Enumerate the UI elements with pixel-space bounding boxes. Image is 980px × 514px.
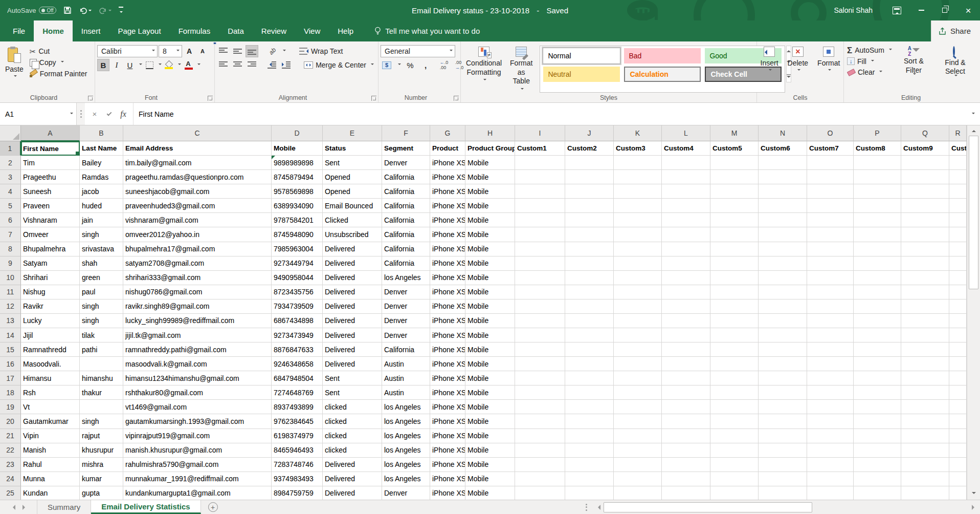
cell-I5[interactable] [515, 199, 565, 213]
font-color-button[interactable]: A [182, 59, 194, 71]
row-header-17[interactable]: 17 [0, 371, 21, 386]
insert-cells-button[interactable]: Insert [756, 44, 783, 93]
cell-F24[interactable]: los Angeles [382, 472, 430, 486]
name-box-dropdown[interactable] [70, 113, 73, 116]
cell-J14[interactable] [565, 328, 614, 342]
cell-G16[interactable]: iPhone XS [430, 357, 465, 371]
cell-F16[interactable]: Austin [382, 357, 430, 371]
cell-B8[interactable]: srivastava [80, 242, 123, 256]
align-top-button[interactable] [217, 45, 229, 57]
cell-J24[interactable] [565, 472, 614, 486]
cell-M4[interactable] [710, 184, 759, 199]
cell-E20[interactable]: clicked [323, 414, 382, 429]
cell-H14[interactable]: Mobile [465, 328, 515, 342]
cell-J20[interactable] [565, 414, 614, 429]
font-size-select[interactable]: 8 [159, 45, 182, 57]
cell-B11[interactable]: paul [80, 285, 123, 299]
cell-D14[interactable]: 9273473949 [272, 328, 323, 342]
cell-M2[interactable] [710, 156, 759, 170]
cell-F15[interactable]: California [382, 342, 430, 357]
cell-L21[interactable] [662, 429, 710, 443]
cell-I15[interactable] [515, 342, 565, 357]
underline-dropdown[interactable] [139, 63, 142, 67]
column-header-O[interactable]: O [807, 125, 854, 141]
cell-J7[interactable] [565, 227, 614, 242]
cell-I10[interactable] [515, 271, 565, 285]
cell-A21[interactable]: Vipin [21, 429, 80, 443]
cell-C25[interactable]: kundankumargupta1@gmail.com [123, 486, 272, 501]
formula-bar-expand-button[interactable] [965, 103, 980, 125]
cell-O21[interactable] [807, 429, 854, 443]
shrink-font-button[interactable]: A [196, 45, 209, 57]
scroll-right-button[interactable] [969, 505, 980, 510]
column-header-D[interactable]: D [272, 125, 323, 141]
cell-K16[interactable] [614, 357, 662, 371]
cell-D10[interactable]: 9490958044 [272, 271, 323, 285]
cell-I14[interactable] [515, 328, 565, 342]
cell-P10[interactable] [854, 271, 901, 285]
cell-Q19[interactable] [901, 400, 949, 414]
horizontal-scrollbar[interactable] [592, 500, 980, 514]
cell-N16[interactable] [759, 357, 807, 371]
cell-K21[interactable] [614, 429, 662, 443]
cell-B9[interactable]: shah [80, 256, 123, 271]
cell-F19[interactable]: los Angeles [382, 400, 430, 414]
cell-J11[interactable] [565, 285, 614, 299]
cell-E15[interactable]: Delivered [323, 342, 382, 357]
cell-H23[interactable]: Mobile [465, 458, 515, 472]
cell-J19[interactable] [565, 400, 614, 414]
cell-F20[interactable]: los Angeles [382, 414, 430, 429]
fill-color-dropdown[interactable] [178, 63, 181, 67]
cell-O15[interactable] [807, 342, 854, 357]
cell-O19[interactable] [807, 400, 854, 414]
cell-B22[interactable]: khusrupur [80, 443, 123, 458]
align-middle-button[interactable] [231, 45, 243, 57]
align-left-button[interactable] [217, 59, 229, 71]
cell-N15[interactable] [759, 342, 807, 357]
cell-C13[interactable]: lucky_singh99989@rediffmail.com [123, 314, 272, 328]
row-header-7[interactable]: 7 [0, 227, 21, 242]
cell-P16[interactable] [854, 357, 901, 371]
font-dialog-launcher[interactable] [208, 96, 213, 101]
cell-P11[interactable] [854, 285, 901, 299]
cell-J23[interactable] [565, 458, 614, 472]
cancel-entry-button[interactable]: × [88, 108, 101, 121]
column-header-R[interactable]: R [949, 125, 967, 141]
cell-N9[interactable] [759, 256, 807, 271]
increase-decimal-button[interactable]: ←.0.00 [438, 59, 450, 71]
cell-O9[interactable] [807, 256, 854, 271]
cell-J15[interactable] [565, 342, 614, 357]
cell-Q6[interactable] [901, 213, 949, 227]
cell-J6[interactable] [565, 213, 614, 227]
restore-button[interactable] [933, 0, 956, 20]
cell-Q5[interactable] [901, 199, 949, 213]
cell-P25[interactable] [854, 486, 901, 501]
copy-button[interactable]: Copy [28, 57, 90, 68]
paste-dropdown[interactable] [14, 75, 17, 78]
minimize-button[interactable] [909, 0, 933, 20]
cell-M24[interactable] [710, 472, 759, 486]
cell-G17[interactable]: iPhone XS [430, 371, 465, 386]
cell-G21[interactable]: iPhone XS [430, 429, 465, 443]
cell-E5[interactable]: Email Bounced [323, 199, 382, 213]
cell-E17[interactable]: Sent [323, 371, 382, 386]
cell-L17[interactable] [662, 371, 710, 386]
row-header-18[interactable]: 18 [0, 386, 21, 400]
cell-D2[interactable]: 9898989898 [272, 156, 323, 170]
cell-B20[interactable]: singh [80, 414, 123, 429]
cell-A15[interactable]: Ramnathredd [21, 342, 80, 357]
cell-A19[interactable]: Vt [21, 400, 80, 414]
cell-G18[interactable]: iPhone XS [430, 386, 465, 400]
cell-D23[interactable]: 7283748746 [272, 458, 323, 472]
cell-E22[interactable]: clicked [323, 443, 382, 458]
cell-H13[interactable]: Mobile [465, 314, 515, 328]
row-header-25[interactable]: 25 [0, 486, 21, 501]
cell-N22[interactable] [759, 443, 807, 458]
cell-Q20[interactable] [901, 414, 949, 429]
cell-P1[interactable]: Custom8 [854, 141, 901, 156]
cell-P14[interactable] [854, 328, 901, 342]
cell-A24[interactable]: Munna [21, 472, 80, 486]
orientation-dropdown[interactable] [283, 50, 286, 53]
cell-H12[interactable]: Mobile [465, 299, 515, 314]
cell-B12[interactable]: singh [80, 299, 123, 314]
